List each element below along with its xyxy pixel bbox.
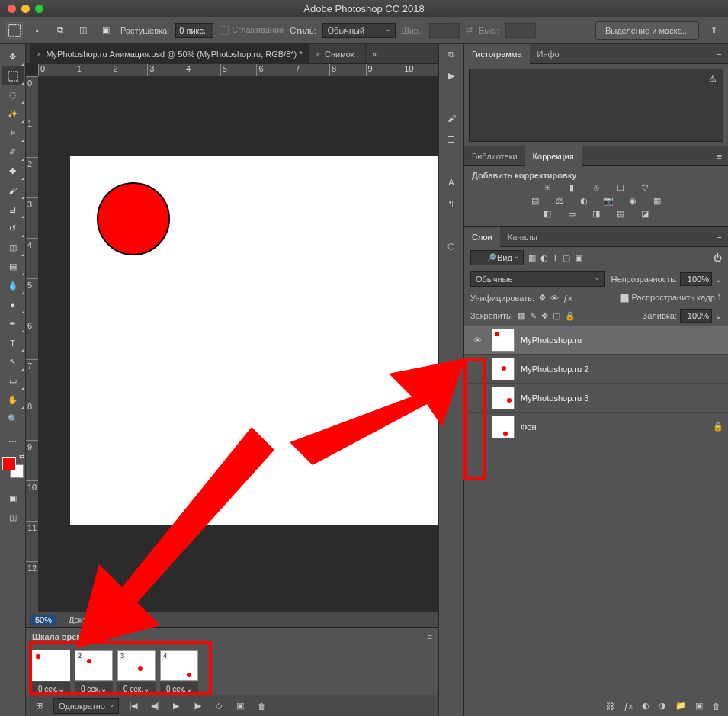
hand-tool[interactable]: ✋ <box>2 390 24 409</box>
swap-colors-icon[interactable]: ⇄ <box>19 452 25 460</box>
selection-subtract-icon[interactable]: ◫ <box>75 22 91 39</box>
tab-channels[interactable]: Каналы <box>500 227 545 247</box>
quick-mask-button[interactable]: ◫ <box>2 508 24 527</box>
char-panel-icon[interactable]: A <box>443 175 460 189</box>
color-swatches[interactable]: ⇄ <box>2 457 24 478</box>
document-canvas[interactable] <box>70 156 438 525</box>
3d-panel-icon[interactable]: ⬡ <box>443 239 460 253</box>
dodge-tool[interactable]: ● <box>2 295 24 314</box>
link-layers-icon[interactable]: ⛓ <box>606 702 614 711</box>
adjustment-layer-icon[interactable]: ◑ <box>659 701 666 711</box>
prev-frame-icon[interactable]: ◀| <box>148 699 162 713</box>
lock-artboard-icon[interactable]: ▢ <box>553 311 560 321</box>
selective-color-icon[interactable]: ◪ <box>638 209 652 219</box>
eraser-tool[interactable]: ◫ <box>2 238 24 257</box>
panel-menu-icon[interactable]: ≡ <box>428 632 432 641</box>
zoom-level[interactable]: 50% <box>30 615 56 625</box>
vibrance-icon[interactable]: ▽ <box>638 183 652 193</box>
gradient-map-icon[interactable]: ▤ <box>614 209 627 219</box>
lock-all-icon[interactable]: 🔒 <box>565 311 576 321</box>
delete-layer-icon[interactable]: 🗑 <box>712 702 720 711</box>
stamp-tool[interactable]: ⊒ <box>2 200 24 219</box>
layer-item[interactable]: Фон🔒 <box>464 413 728 441</box>
document-tab-active[interactable]: ×MyPhotoshop.ru Анимация.psd @ 50% (MyPh… <box>30 44 309 64</box>
brushes-panel-icon[interactable]: 🖌 <box>443 111 460 125</box>
lut-icon[interactable]: ▦ <box>650 196 664 206</box>
panel-menu-icon[interactable]: ≡ <box>711 50 728 59</box>
brush-settings-panel-icon[interactable]: ☰ <box>443 133 460 146</box>
para-panel-icon[interactable]: ¶ <box>443 197 460 210</box>
marquee-tool[interactable] <box>2 66 24 85</box>
style-select[interactable]: Обычный <box>322 23 396 38</box>
exposure-icon[interactable]: ☐ <box>614 183 627 193</box>
canvas-area[interactable]: 012345678910 0123456789101112 <box>26 64 438 612</box>
pen-tool[interactable]: ✒ <box>2 314 24 333</box>
move-tool[interactable]: ✥ <box>2 47 24 66</box>
threshold-icon[interactable]: ◨ <box>589 209 603 219</box>
layer-item[interactable]: MyPhotoshop.ru 3 <box>464 384 728 413</box>
path-select-tool[interactable]: ↖ <box>2 352 24 371</box>
close-tab-icon[interactable]: × <box>37 50 41 59</box>
play-icon[interactable]: ▶ <box>169 699 183 713</box>
magic-wand-tool[interactable]: ✨ <box>2 104 24 124</box>
timeline-frame[interactable]: 40 сек.⌄ <box>160 650 198 695</box>
tween-icon[interactable]: ◇ <box>212 699 226 713</box>
filter-type-icon[interactable]: T <box>553 253 558 262</box>
next-frame-icon[interactable]: |▶ <box>191 699 204 713</box>
layer-mask-icon[interactable]: ◐ <box>642 701 649 711</box>
channel-mixer-icon[interactable]: ◉ <box>626 196 640 206</box>
shape-tool[interactable]: ▭ <box>2 371 24 390</box>
layer-item[interactable]: 👁MyPhotoshop.ru <box>464 326 728 355</box>
bw-icon[interactable]: ◐ <box>577 196 591 206</box>
color-balance-icon[interactable]: ⚖ <box>553 196 566 206</box>
filter-adjust-icon[interactable]: ◐ <box>540 253 548 263</box>
visibility-toggle[interactable] <box>469 361 486 377</box>
layer-fx-icon[interactable]: ƒx <box>624 702 633 711</box>
feather-input[interactable] <box>175 23 213 38</box>
edit-toolbar-button[interactable]: ⋯ <box>2 433 24 452</box>
timeline-frame[interactable]: 30 сек.⌄ <box>117 650 156 695</box>
unify-visibility-icon[interactable]: 👁 <box>550 294 559 303</box>
new-frame-icon[interactable]: ▣ <box>233 699 247 713</box>
invert-icon[interactable]: ◧ <box>540 209 554 219</box>
filter-smart-icon[interactable]: ▣ <box>575 253 582 263</box>
propagate-checkbox[interactable] <box>620 294 629 303</box>
tab-layers[interactable]: Слои <box>464 227 500 247</box>
timeline-frame[interactable]: 10 сек.⌄ <box>32 650 70 695</box>
tab-info[interactable]: Инфо <box>530 44 567 64</box>
visibility-toggle[interactable] <box>469 419 486 435</box>
opacity-input[interactable]: 100% <box>680 272 712 286</box>
doc-info-arrow-icon[interactable]: 〉 <box>149 614 157 625</box>
fill-dropdown-icon[interactable]: ⌄ <box>715 311 722 321</box>
tool-preset-picker[interactable] <box>6 22 23 39</box>
selection-intersect-icon[interactable]: ▣ <box>98 22 114 39</box>
unify-position-icon[interactable]: ✥ <box>539 293 546 303</box>
lasso-tool[interactable]: ◌ <box>2 85 24 104</box>
foreground-color[interactable] <box>2 457 16 470</box>
photo-filter-icon[interactable]: 📷 <box>601 196 615 206</box>
tab-histogram[interactable]: Гистограмма <box>464 44 530 64</box>
lock-paint-icon[interactable]: ✎ <box>530 311 537 321</box>
blur-tool[interactable]: 💧 <box>2 276 24 295</box>
opacity-dropdown-icon[interactable]: ⌄ <box>715 275 722 284</box>
group-icon[interactable]: 📁 <box>675 701 686 711</box>
zoom-tool[interactable]: 🔍 <box>2 409 24 429</box>
curves-icon[interactable]: ⎋ <box>589 183 603 193</box>
history-brush-tool[interactable]: ↺ <box>2 219 24 238</box>
eyedropper-tool[interactable]: ✐ <box>2 143 24 162</box>
layer-item[interactable]: MyPhotoshop.ru 2 <box>464 355 728 384</box>
type-tool[interactable]: T <box>2 333 24 352</box>
share-icon[interactable]: ⇪ <box>705 22 722 39</box>
filter-shape-icon[interactable]: ▢ <box>563 253 570 263</box>
brush-tool[interactable]: 🖌 <box>2 181 24 200</box>
screen-mode-button[interactable]: ▣ <box>2 489 24 508</box>
heal-tool[interactable]: ✚ <box>2 162 24 181</box>
panel-menu-icon[interactable]: ≡ <box>711 233 728 242</box>
visibility-toggle[interactable] <box>469 390 486 406</box>
brightness-icon[interactable]: ☀ <box>540 183 554 193</box>
lock-transparency-icon[interactable]: ▦ <box>518 311 525 321</box>
tab-adjustments[interactable]: Коррекция <box>525 146 582 166</box>
tab-libraries[interactable]: Библиотеки <box>464 146 525 166</box>
warning-icon[interactable]: ⚠ <box>709 74 717 84</box>
panel-menu-icon[interactable]: ≡ <box>711 152 728 161</box>
